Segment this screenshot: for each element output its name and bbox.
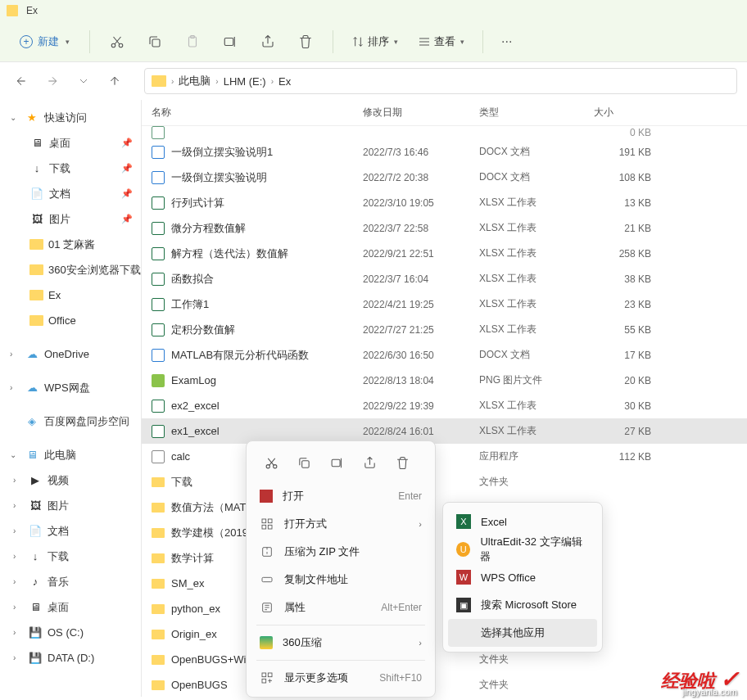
- ctx-copy-path[interactable]: 复制文件地址: [251, 566, 430, 594]
- view-button[interactable]: 查看 ▾: [411, 34, 471, 49]
- file-row[interactable]: 一级倒立摆实验说明2022/7/2 20:38DOCX 文档108 KB: [142, 165, 747, 190]
- sidebar-item[interactable]: 🖥桌面📌: [0, 130, 141, 156]
- file-row[interactable]: MATLAB有限元分析代码函数2022/6/30 16:50DOCX 文档17 …: [142, 342, 747, 368]
- sort-button[interactable]: 排序 ▾: [345, 34, 405, 49]
- new-button[interactable]: + 新建 ▾: [11, 29, 78, 54]
- up-button[interactable]: [103, 70, 126, 93]
- ultraedit-icon: U: [456, 542, 470, 557]
- file-row[interactable]: calc应用程序112 KB: [142, 444, 747, 469]
- file-date: 2022/4/21 19:25: [353, 299, 469, 310]
- sidebar-item[interactable]: ›🖼图片: [0, 493, 141, 518]
- recent-button[interactable]: [72, 70, 95, 93]
- file-type: XLSX 工作表: [469, 196, 584, 210]
- ctx-open-with[interactable]: 打开方式 ›: [251, 510, 430, 538]
- ctx-more[interactable]: 显示更多选项 Shift+F10: [251, 664, 430, 692]
- breadcrumb-folder[interactable]: Ex: [278, 75, 291, 88]
- svg-rect-13: [268, 525, 272, 529]
- file-size: 108 KB: [584, 172, 666, 183]
- ctx-zip[interactable]: 压缩为 ZIP 文件: [251, 538, 430, 566]
- back-button[interactable]: [10, 70, 33, 93]
- sidebar-item[interactable]: 📄文档📌: [0, 181, 141, 206]
- file-row[interactable]: 行列式计算2022/3/10 19:05XLSX 工作表13 KB: [142, 190, 747, 215]
- col-size[interactable]: 大小: [584, 106, 666, 120]
- file-row[interactable]: 一级倒立摆实验说明12022/7/3 16:46DOCX 文档191 KB: [142, 139, 747, 165]
- excel-icon: X: [456, 514, 471, 529]
- open-icon: [260, 490, 273, 503]
- ctx-copy-icon[interactable]: [289, 449, 319, 476]
- sidebar-item[interactable]: 🖼图片📌: [0, 206, 141, 232]
- ctx-properties[interactable]: 属性 Alt+Enter: [251, 594, 430, 621]
- file-row[interactable]: ex1_excel2022/8/24 16:01XLSX 工作表27 KB: [142, 418, 747, 444]
- rename-icon[interactable]: [215, 27, 246, 56]
- ctx-360zip[interactable]: 360压缩 ›: [251, 629, 430, 657]
- file-row[interactable]: OpenBUGS2022/5/6 22:03文件夹: [142, 672, 747, 697]
- svg-rect-17: [262, 673, 266, 677]
- file-row[interactable]: 下载文件夹: [142, 469, 747, 495]
- sidebar-item[interactable]: Ex: [0, 282, 141, 308]
- folder-icon: [152, 630, 165, 639]
- file-row[interactable]: 微分方程数值解2022/3/7 22:58XLSX 工作表21 KB: [142, 215, 747, 241]
- file-row[interactable]: 工作簿12022/4/21 19:25XLSX 工作表23 KB: [142, 291, 747, 317]
- file-row[interactable]: ex2_excel2022/9/22 19:39XLSX 工作表30 KB: [142, 393, 747, 418]
- col-name[interactable]: 名称: [142, 106, 353, 120]
- file-size: 27 KB: [584, 426, 666, 437]
- folder-icon: [152, 477, 165, 487]
- breadcrumb-drive[interactable]: LHM (E:): [224, 75, 266, 88]
- sidebar-item[interactable]: ›📄文档: [0, 518, 141, 544]
- submenu-ultraedit[interactable]: U UltraEdit-32 文字编辑器: [448, 535, 597, 563]
- paste-icon[interactable]: [177, 27, 208, 56]
- sidebar-label: 桌面: [48, 600, 69, 615]
- sidebar-item[interactable]: ›💾OS (C:): [0, 620, 141, 645]
- sidebar-item[interactable]: Office: [0, 308, 141, 333]
- submenu-msstore[interactable]: ▣ 搜索 Microsoft Store: [448, 591, 597, 619]
- breadcrumb[interactable]: › 此电脑 › LHM (E:) › Ex: [144, 68, 737, 94]
- folder-icon: [152, 604, 165, 614]
- breadcrumb-thispc[interactable]: 此电脑: [179, 74, 211, 88]
- sidebar-item[interactable]: 360安全浏览器下载: [0, 257, 141, 282]
- file-row[interactable]: 解方程（迭代法）数值解2022/9/21 22:51XLSX 工作表258 KB: [142, 241, 747, 266]
- 360-icon: [260, 636, 273, 649]
- sidebar-wps[interactable]: › ☁ WPS网盘: [0, 375, 141, 400]
- sidebar-item[interactable]: ›▶视频: [0, 467, 141, 493]
- forward-button[interactable]: [41, 70, 64, 93]
- file-row[interactable]: 函数拟合2022/3/7 16:04XLSX 工作表38 KB: [142, 266, 747, 291]
- ctx-cut-icon[interactable]: [256, 449, 286, 476]
- sidebar-label: OneDrive: [44, 348, 89, 360]
- sidebar-thispc[interactable]: ⌄ 🖥 此电脑: [0, 442, 141, 467]
- sidebar-item[interactable]: 01 芝麻酱: [0, 232, 141, 257]
- cut-icon[interactable]: [102, 27, 133, 56]
- file-row[interactable]: ExamLog2022/8/13 18:04PNG 图片文件20 KB: [142, 368, 747, 393]
- cloud-icon: ◈: [25, 415, 39, 428]
- sidebar-item[interactable]: ↓下载📌: [0, 156, 141, 181]
- ctx-open[interactable]: 打开 Enter: [251, 482, 430, 510]
- sidebar-item[interactable]: ›♪音乐: [0, 569, 141, 594]
- doc-icon: 📄: [28, 525, 43, 538]
- copy-icon[interactable]: [139, 27, 170, 56]
- sidebar-quick-access[interactable]: ⌄ ★ 快速访问: [0, 105, 141, 130]
- file-date: 2022/7/27 21:25: [353, 324, 469, 336]
- file-row[interactable]: 0 KB: [142, 126, 747, 139]
- sidebar-label: WPS网盘: [44, 381, 90, 395]
- sidebar-item[interactable]: ›↓下载: [0, 544, 141, 569]
- delete-icon[interactable]: [290, 27, 321, 56]
- submenu-other[interactable]: 选择其他应用: [448, 619, 597, 647]
- blank-icon: [456, 625, 471, 640]
- sidebar-item[interactable]: ›🖥桌面: [0, 594, 141, 620]
- ctx-delete-icon[interactable]: [387, 449, 417, 476]
- submenu-excel[interactable]: X Excel: [448, 508, 597, 535]
- ctx-share-icon[interactable]: [355, 449, 384, 476]
- chevron-down-icon: ⌄: [10, 113, 20, 122]
- file-date: 2022/3/7 22:58: [353, 223, 469, 234]
- ctx-rename-icon[interactable]: [322, 449, 351, 476]
- file-date: 2022/7/3 16:46: [353, 147, 469, 158]
- sidebar-item[interactable]: ›💾DATA (D:): [0, 645, 141, 671]
- sidebar-baidu[interactable]: › ◈ 百度网盘同步空间: [0, 409, 141, 434]
- col-type[interactable]: 类型: [469, 106, 584, 120]
- col-date[interactable]: 修改日期: [353, 106, 469, 120]
- submenu-wps[interactable]: W WPS Office: [448, 563, 597, 591]
- svg-rect-19: [262, 679, 266, 683]
- sidebar-onedrive[interactable]: › ☁ OneDrive: [0, 341, 141, 367]
- share-icon[interactable]: [252, 27, 283, 56]
- more-button[interactable]: ···: [495, 34, 518, 49]
- file-row[interactable]: 定积分数值解2022/7/27 21:25XLSX 工作表55 KB: [142, 317, 747, 342]
